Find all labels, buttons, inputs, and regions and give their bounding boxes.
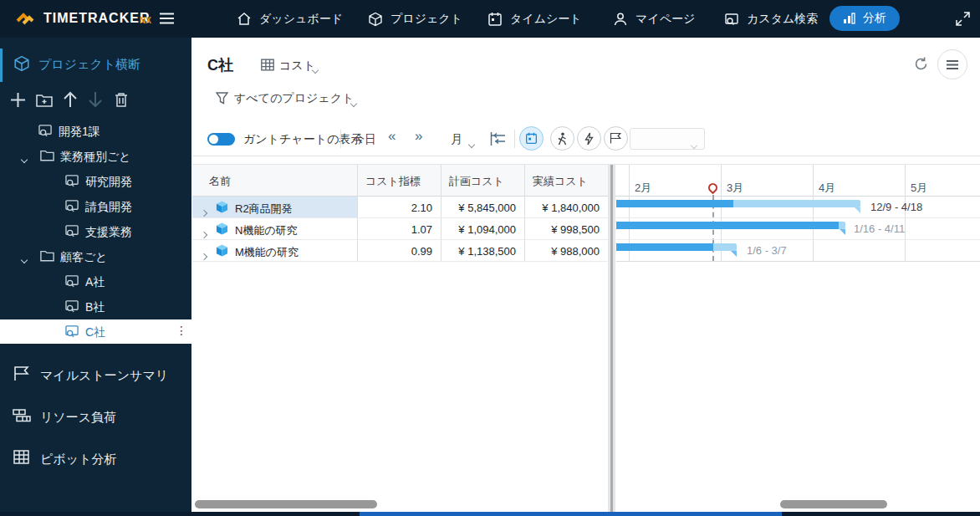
show-progress-button[interactable] (550, 126, 574, 151)
gantt-bar-planned[interactable] (733, 200, 860, 207)
table-row[interactable]: M機能の研究 0.99 ¥ 1,138,500 ¥ 988,000 (192, 240, 608, 262)
window-bottom-edge (0, 512, 980, 516)
kebab-menu-icon[interactable]: ⋮ (176, 324, 187, 337)
window-bottom-accent (360, 512, 782, 516)
gantt-bottom-border (616, 261, 980, 262)
toolbar-separator (514, 130, 515, 148)
column-header-cost-index[interactable]: コスト指標 (365, 174, 421, 189)
project-filter[interactable]: すべてのプロジェクト (234, 91, 354, 106)
project-cube-icon (216, 222, 228, 235)
gantt-row-border (616, 217, 980, 218)
gantt-bar-progress[interactable] (616, 200, 733, 207)
report-icon (65, 274, 79, 288)
arrow-up-icon[interactable] (63, 91, 78, 108)
gantt-display-toggle[interactable] (207, 133, 235, 146)
column-header-actual-cost[interactable]: 実績コスト (533, 174, 588, 189)
nav-label: ダッシュボード (259, 12, 343, 27)
sidebar-item-pivot-analysis[interactable]: ピボット分析 (40, 452, 116, 467)
chevron-down-icon[interactable] (22, 251, 27, 266)
splitter-handle (610, 165, 613, 512)
today-button[interactable]: 今日 (353, 132, 376, 147)
tree-item-contract-dev[interactable]: 請負開発 (85, 200, 132, 215)
nav-label: マイページ (635, 12, 695, 27)
column-header-name[interactable]: 名前 (209, 174, 231, 189)
cube-icon (368, 12, 383, 27)
show-period-button[interactable] (519, 126, 544, 151)
actual-cost-value: ¥ 1,840,000 (524, 202, 600, 214)
next-period-button[interactable]: » (415, 128, 422, 145)
resource-load-icon (13, 409, 31, 422)
timescale-selector[interactable]: 月 (451, 132, 462, 147)
project-name: R2商品開発 (235, 202, 293, 217)
user-icon (613, 12, 628, 27)
nav-label: タイムシート (510, 12, 582, 27)
gantt-date-range: 1/16 - 4/11 (854, 222, 905, 235)
gantt-bar-progress[interactable] (616, 222, 839, 229)
nav-timesheet[interactable]: タイムシート (487, 0, 582, 38)
milestone-flag-icon (13, 366, 30, 381)
show-critical-path-button[interactable] (577, 126, 601, 151)
refresh-icon[interactable] (913, 56, 929, 72)
nav-project[interactable]: プロジェクト (368, 0, 462, 38)
outline-level-icon[interactable] (490, 132, 506, 146)
table-horizontal-scrollbar[interactable] (195, 500, 377, 508)
table-row[interactable]: R2商品開発 2.10 ¥ 5,845,000 ¥ 1,840,000 (192, 197, 608, 218)
sidebar-item-resource-load[interactable]: リソース負荷 (40, 410, 116, 426)
gantt-bar-planned[interactable] (713, 243, 737, 251)
gantt-date-range: 1/6 - 3/7 (747, 244, 787, 257)
chevron-down-icon[interactable] (22, 151, 27, 166)
nav-analysis-active[interactable]: 分析 (829, 6, 900, 31)
month-label: 5月 (911, 181, 927, 196)
filter-icon (216, 92, 228, 105)
gantt-bar-planned[interactable] (839, 222, 845, 229)
show-milestone-button[interactable] (604, 126, 628, 151)
grid-icon (261, 59, 274, 71)
nav-mypage[interactable]: マイページ (613, 0, 695, 38)
tree-item-company-c-selected[interactable]: C社 ⋮ (0, 319, 191, 344)
tree-item-dev1[interactable]: 開発1課 (59, 125, 100, 140)
planned-cost-value: ¥ 1,138,500 (441, 245, 516, 258)
expand-icon[interactable] (955, 11, 971, 27)
gantt-bar-progress[interactable] (616, 243, 713, 251)
chevron-down-icon[interactable] (469, 135, 474, 151)
panel-menu-button[interactable] (937, 49, 967, 79)
tree-folder-by-worktype[interactable]: 業務種別ごと (60, 150, 131, 165)
gantt-bar-end-flag (731, 251, 737, 257)
sidebar-header-projects-cross[interactable]: プロジェクト横断 (38, 57, 140, 73)
tree-folder-by-customer[interactable]: 顧客ごと (60, 250, 108, 265)
walking-person-icon (557, 132, 568, 146)
planned-cost-value: ¥ 1,094,000 (441, 223, 516, 236)
toolbar-separator (340, 130, 341, 148)
nav-custom-search[interactable]: カスタム検索 (724, 0, 818, 38)
gantt-row-border (616, 239, 980, 240)
tree-item-research-dev[interactable]: 研究開発 (85, 175, 132, 190)
month-label: 3月 (727, 181, 743, 196)
month-label: 2月 (635, 181, 651, 196)
tree-item-company-b[interactable]: B社 (85, 300, 105, 315)
view-selector[interactable]: コスト (279, 59, 315, 74)
pivot-grid-icon (13, 450, 29, 464)
flag-icon (610, 132, 622, 145)
add-icon[interactable] (10, 92, 26, 108)
cost-index-value: 0.99 (357, 245, 432, 258)
milestone-dropdown-disabled (630, 128, 705, 150)
trash-icon[interactable] (115, 92, 128, 108)
chevron-down-icon[interactable] (313, 61, 318, 76)
tree-item-company-a[interactable]: A社 (85, 275, 105, 290)
gantt-horizontal-scrollbar[interactable] (780, 500, 887, 508)
nav-label: カスタム検索 (747, 12, 818, 27)
report-icon (65, 299, 79, 313)
month-label: 4月 (819, 181, 835, 196)
tree-item-support[interactable]: 支援業務 (85, 225, 132, 240)
nav-dashboard[interactable]: ダッシュボード (237, 0, 343, 38)
sidebar-item-milestone-summary[interactable]: マイルストーンサマリ (40, 368, 168, 384)
menu-icon[interactable] (160, 13, 174, 24)
pane-splitter[interactable] (608, 165, 615, 512)
column-header-planned-cost[interactable]: 計画コスト (449, 174, 504, 189)
chevron-down-icon[interactable] (351, 95, 356, 110)
actual-cost-value: ¥ 988,000 (524, 245, 600, 258)
add-folder-icon[interactable] (36, 93, 53, 107)
table-row[interactable]: N機能の研究 1.07 ¥ 1,094,000 ¥ 998,500 (192, 218, 608, 240)
nav-label: 分析 (863, 11, 886, 26)
prev-period-button[interactable]: « (388, 128, 396, 145)
